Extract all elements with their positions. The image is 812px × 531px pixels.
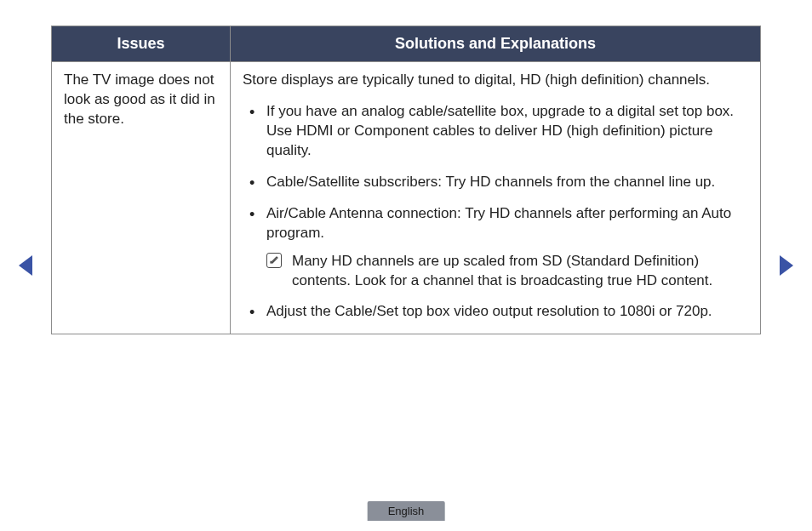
prev-page-arrow[interactable]: [19, 255, 32, 276]
list-item: Air/Cable Antenna connection: Try HD cha…: [243, 204, 748, 291]
language-tab[interactable]: English: [368, 501, 445, 521]
troubleshooting-table: Issues Solutions and Explanations The TV…: [51, 26, 761, 334]
note-text: Many HD channels are up scaled from SD (…: [292, 253, 712, 288]
solution-intro: Store displays are typically tuned to di…: [243, 71, 748, 90]
list-item: Adjust the Cable/Set top box video outpu…: [243, 302, 748, 322]
list-item: If you have an analog cable/satellite bo…: [243, 102, 748, 161]
solution-cell: Store displays are typically tuned to di…: [231, 62, 761, 334]
list-item: Cable/Satellite subscribers: Try HD chan…: [243, 173, 748, 192]
issue-cell: The TV image does not look as good as it…: [52, 62, 231, 334]
list-item-text: Air/Cable Antenna connection: Try HD cha…: [266, 205, 731, 241]
note-icon: [266, 253, 282, 268]
next-page-arrow[interactable]: [780, 255, 793, 276]
header-solutions: Solutions and Explanations: [231, 26, 761, 62]
note: Many HD channels are up scaled from SD (…: [266, 252, 748, 291]
header-issues: Issues: [52, 26, 231, 62]
solution-bullets: If you have an analog cable/satellite bo…: [243, 102, 748, 322]
